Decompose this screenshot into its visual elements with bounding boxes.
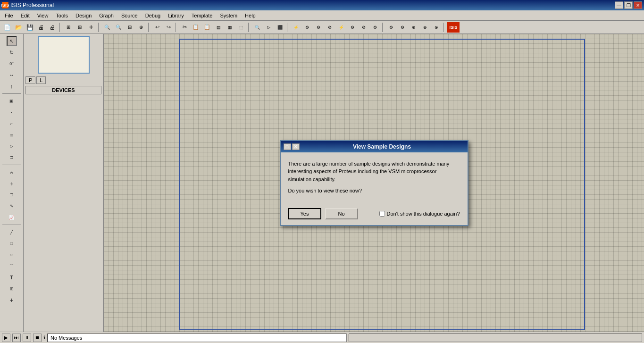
tab-p[interactable]: P [25,76,35,84]
label-tool[interactable]: A [7,167,17,177]
menu-item-system[interactable]: System [216,12,241,19]
new-button[interactable]: 📄 [2,22,12,33]
menu-item-template[interactable]: Template [188,12,217,19]
menu-item-help[interactable]: Help [241,12,259,19]
print-button[interactable]: 🖨 [36,22,46,33]
dialog-minimize-button[interactable]: □ [284,143,291,150]
restore-button[interactable]: ❐ [624,1,633,9]
menu-item-design[interactable]: Design [72,12,95,19]
menu-item-debug[interactable]: Debug [142,12,164,19]
zoom-all-button[interactable]: 🔍 [252,22,262,33]
junction-tool[interactable]: · [7,107,17,117]
sim-button[interactable]: ⚙ [313,22,324,33]
cut-button[interactable]: ✂ [179,22,190,33]
text-tool[interactable]: T [7,272,17,283]
step4-button[interactable]: ⚙ [370,22,380,33]
flip-v-tool[interactable]: ↕ [7,81,17,92]
probe-tool[interactable]: ✎ [7,201,17,211]
sep3 [148,23,150,32]
block-copy-button[interactable]: ▤ [213,22,224,33]
menu-item-graph[interactable]: Graph [95,12,117,19]
menu-item-edit[interactable]: Edit [17,12,33,19]
canvas-area[interactable]: □ ✕ View Sample Designs There are a larg… [104,34,644,332]
block-move-button[interactable]: ▦ [225,22,235,33]
open-button[interactable]: 📂 [13,22,24,33]
add-tool[interactable]: + [7,295,17,305]
flip-h-tool[interactable]: ↔ [7,70,17,80]
step-button[interactable]: ⏭ [12,334,21,342]
stop-button[interactable]: ⏹ [33,334,42,342]
print2-button[interactable]: 🖨 [47,22,58,33]
pause-button[interactable]: ⏸ [23,334,31,342]
dialog-close-button[interactable]: ✕ [292,143,300,150]
circle-tool[interactable]: ○ [7,250,17,260]
step3-button[interactable]: ⚙ [359,22,369,33]
add-bus-button[interactable]: ⊕ [420,22,430,33]
component-tool[interactable]: ▣ [7,96,17,106]
wire-tool[interactable]: ⌐ [7,118,17,129]
compile-button[interactable]: ⚙ [302,22,312,33]
graph-tool[interactable]: 📈 [7,212,17,223]
sidebar: ↖ ↻ 0° ↔ ↕ ▣ · ⌐ ≡ ▷ ⊐ A ⏚ ⊐ ✎ 📈 ╱ □ ○ ⌒… [0,34,24,332]
terminal-tool[interactable]: ⊐ [7,152,17,163]
sep4 [176,23,177,32]
block-rotate-button[interactable]: ⬚ [236,22,246,33]
symbol-tool[interactable]: ⊞ [7,284,17,294]
redo-button[interactable]: ↪ [163,22,174,33]
isis-button[interactable]: ISIS [447,22,460,33]
prop-button[interactable]: ⚙ [397,22,408,33]
menu-item-source[interactable]: Source [117,12,142,19]
arc-tool[interactable]: ⌒ [7,261,17,271]
menu-item-file[interactable]: File [1,12,17,19]
copy-button[interactable]: 📋 [191,22,201,33]
dont-show-checkbox[interactable] [379,211,385,217]
yes-button[interactable]: Yes [288,208,321,219]
add-wire-button[interactable]: ⊕ [409,22,419,33]
play-route-button[interactable]: ▷ [263,22,274,33]
grid2-toggle[interactable]: ⊞ [75,22,85,33]
play-button[interactable]: ▶ [2,334,10,342]
zoom-area-button[interactable]: ⊕ [136,22,146,33]
sep6 [287,23,289,32]
zoom-out-button[interactable]: 🔍 [113,22,124,33]
sidebar-sep1 [2,93,21,94]
delete-button[interactable]: ⊗ [431,22,442,33]
app-icon: ISIS [2,2,8,8]
subcircuit-tool[interactable]: ▷ [7,141,17,151]
report-button[interactable]: ⚙ [386,22,396,33]
step2-button[interactable]: ⚙ [347,22,358,33]
save-button[interactable]: 💾 [25,22,35,33]
undo-button[interactable]: ↩ [152,22,162,33]
power-tool[interactable]: ⏚ [7,178,17,189]
bus-tool[interactable]: ≡ [7,130,17,140]
devices-header: DEVICES [25,86,101,94]
zoom-fit-button[interactable]: ⊟ [125,22,135,33]
statusbar: ▶ ⏭ ⏸ ⏹ ℹ No Messages [0,332,644,343]
port-tool[interactable]: ⊐ [7,190,17,200]
pointer-tool[interactable]: ↖ [7,36,17,46]
stop-route-button[interactable]: ⬛ [275,22,285,33]
sep7 [382,23,384,32]
tab-l[interactable]: L [36,76,46,84]
zoom-in-button[interactable]: 🔍 [102,22,112,33]
menu-item-view[interactable]: View [33,12,52,19]
panel-area: P L DEVICES [24,34,104,332]
dialog-titlebar: □ ✕ View Sample Designs [281,141,468,152]
titlebar: ISIS ISIS Professional — ❐ ✕ [0,0,644,10]
grid-toggle[interactable]: ⊞ [63,22,74,33]
minimize-button[interactable]: — [615,1,623,9]
line-tool[interactable]: ╱ [7,227,17,237]
debug-button[interactable]: ⚙ [325,22,335,33]
step-button[interactable]: ⚡ [336,22,346,33]
menu-item-library[interactable]: Library [164,12,188,19]
menu-item-tools[interactable]: Tools [52,12,72,19]
sep1 [59,23,61,32]
rect-tool[interactable]: □ [7,238,17,249]
rotate-tool[interactable]: ↻ [7,47,17,58]
no-button[interactable]: No [325,208,358,219]
paste-button[interactable]: 📋 [202,22,212,33]
preview-box [38,36,90,74]
close-button[interactable]: ✕ [634,1,642,9]
netlist-button[interactable]: ⚡ [291,22,301,33]
cross-toggle[interactable]: ✛ [86,22,96,33]
